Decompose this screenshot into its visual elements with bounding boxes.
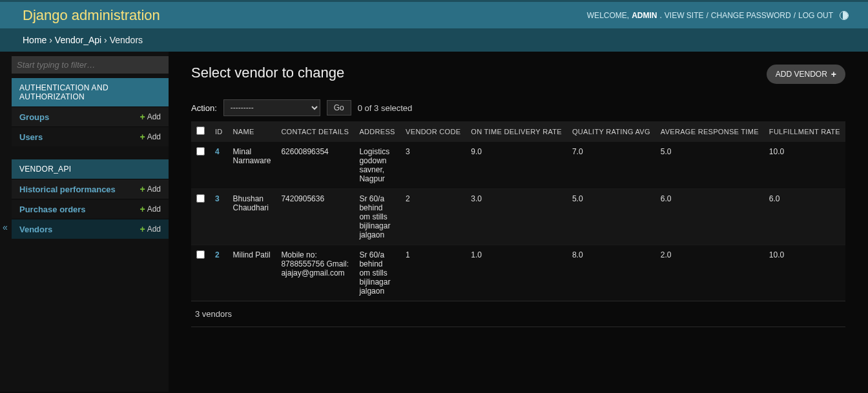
col-address[interactable]: ADDRESS: [354, 121, 400, 142]
row-on-time: 9.0: [466, 142, 567, 189]
results-table: ID NAME CONTACT DETAILS ADDRESS VENDOR C…: [191, 121, 845, 301]
sidebar: AUTHENTICATION AND AUTHORIZATION Groups …: [0, 52, 169, 392]
col-vendor-code[interactable]: VENDOR CODE: [400, 121, 466, 142]
sidebar-link-purchase-orders[interactable]: Purchase orders: [19, 205, 86, 214]
welcome-label: WELCOME,: [587, 11, 629, 20]
theme-toggle-icon[interactable]: [840, 11, 849, 20]
page-title: Select vendor to change: [191, 65, 845, 81]
row-checkbox[interactable]: [196, 147, 205, 156]
row-response: 5.0: [656, 142, 764, 189]
row-id-link[interactable]: 2: [215, 250, 220, 259]
action-label: Action:: [191, 103, 217, 113]
row-checkbox[interactable]: [196, 250, 205, 259]
sidebar-app-vendor-caption[interactable]: VENDOR_API: [12, 159, 169, 179]
sidebar-item-users: Users +Add: [12, 126, 169, 146]
row-quality: 8.0: [567, 245, 656, 301]
row-id-link[interactable]: 4: [215, 147, 220, 156]
row-fulfillment: 10.0: [764, 245, 845, 301]
sidebar-app-vendor: VENDOR_API Historical performances +Add …: [12, 159, 169, 239]
row-quality: 5.0: [567, 189, 656, 245]
go-button[interactable]: Go: [327, 100, 351, 116]
row-address: Sr 60/a behind om stills bijlinagar jalg…: [354, 189, 400, 245]
username: ADMIN: [632, 11, 657, 20]
row-contact: 7420905636: [276, 189, 354, 245]
sidebar-add-vendors[interactable]: +Add: [140, 224, 161, 234]
col-fulfillment-rate[interactable]: FULFILLMENT RATE: [764, 121, 845, 142]
breadcrumb-app[interactable]: Vendor_Api: [55, 35, 101, 45]
main: AUTHENTICATION AND AUTHORIZATION Groups …: [0, 52, 868, 392]
col-quality-rating[interactable]: QUALITY RATING AVG: [567, 121, 656, 142]
table-row: 3Bhushan Chaudhari7420905636Sr 60/a behi…: [191, 189, 845, 245]
col-avg-response-time[interactable]: AVERAGE RESPONSE TIME: [656, 121, 764, 142]
row-checkbox[interactable]: [196, 194, 205, 203]
sidebar-add-purchase-orders[interactable]: +Add: [140, 204, 161, 214]
action-select[interactable]: ---------: [223, 99, 320, 116]
row-address: Sr 60/a behind om stills bijlinagar jalg…: [354, 245, 400, 301]
row-name: Bhushan Chaudhari: [228, 189, 276, 245]
sidebar-link-users[interactable]: Users: [19, 132, 43, 142]
col-on-time-delivery[interactable]: ON TIME DELIVERY RATE: [466, 121, 567, 142]
col-name[interactable]: NAME: [228, 121, 276, 142]
sidebar-link-historical-performances[interactable]: Historical performances: [19, 185, 116, 194]
table-header-row: ID NAME CONTACT DETAILS ADDRESS VENDOR C…: [191, 121, 845, 142]
plus-icon: +: [140, 132, 145, 142]
plus-icon: +: [140, 204, 145, 214]
col-id[interactable]: ID: [210, 121, 228, 142]
sidebar-link-vendors[interactable]: Vendors: [19, 225, 52, 234]
sidebar-item-purchase-orders: Purchase orders +Add: [12, 199, 169, 219]
sidebar-add-users[interactable]: +Add: [140, 132, 161, 142]
sidebar-filter-input[interactable]: [12, 56, 169, 74]
plus-icon: +: [140, 112, 145, 122]
sidebar-link-groups[interactable]: Groups: [19, 112, 49, 122]
branding: Django administration: [23, 7, 160, 24]
plus-icon: +: [140, 184, 145, 194]
row-id-link[interactable]: 3: [215, 194, 220, 203]
row-response: 2.0: [656, 245, 764, 301]
plus-icon: +: [140, 224, 145, 234]
table-row: 2Milind PatilMobile no: 8788555756 Gmail…: [191, 245, 845, 301]
sidebar-item-vendors: Vendors +Add: [12, 219, 169, 239]
view-site-link[interactable]: VIEW SITE: [665, 11, 704, 20]
sidebar-item-historical-performances: Historical performances +Add: [12, 179, 169, 199]
row-vendor-code: 1: [400, 245, 466, 301]
row-quality: 7.0: [567, 142, 656, 189]
sidebar-app-auth: AUTHENTICATION AND AUTHORIZATION Groups …: [12, 78, 169, 146]
collapse-sidebar-button[interactable]: «: [3, 222, 8, 232]
row-name: Milind Patil: [228, 245, 276, 301]
row-vendor-code: 2: [400, 189, 466, 245]
sidebar-add-groups[interactable]: +Add: [140, 112, 161, 122]
paginator: 3 vendors: [191, 301, 845, 327]
breadcrumb-current: Vendors: [110, 35, 143, 45]
add-vendor-label: ADD VENDOR: [776, 70, 827, 79]
user-tools: WELCOME, ADMIN. VIEW SITE / CHANGE PASSW…: [587, 11, 849, 20]
actions-bar: Action: --------- Go 0 of 3 selected: [191, 99, 845, 116]
row-fulfillment: 10.0: [764, 142, 845, 189]
row-fulfillment: 6.0: [764, 189, 845, 245]
sidebar-item-groups: Groups +Add: [12, 106, 169, 126]
sidebar-app-auth-caption[interactable]: AUTHENTICATION AND AUTHORIZATION: [12, 78, 169, 106]
add-vendor-button[interactable]: ADD VENDOR +: [767, 65, 845, 84]
row-name: Minal Narnaware: [228, 142, 276, 189]
row-response: 6.0: [656, 189, 764, 245]
sidebar-add-historical-performances[interactable]: +Add: [140, 184, 161, 194]
selection-counter: 0 of 3 selected: [358, 103, 413, 113]
table-row: 4Minal Narnaware62600896354Logistics god…: [191, 142, 845, 189]
col-select-all: [191, 121, 210, 142]
plus-icon: +: [831, 69, 836, 79]
change-password-link[interactable]: CHANGE PASSWORD: [711, 11, 791, 20]
row-on-time: 1.0: [466, 245, 567, 301]
row-on-time: 3.0: [466, 189, 567, 245]
row-contact: 62600896354: [276, 142, 354, 189]
row-address: Logistics godown savner, Nagpur: [354, 142, 400, 189]
col-contact[interactable]: CONTACT DETAILS: [276, 121, 354, 142]
row-vendor-code: 3: [400, 142, 466, 189]
breadcrumb-home[interactable]: Home: [23, 35, 46, 45]
header: Django administration WELCOME, ADMIN. VI…: [0, 0, 868, 28]
object-tools: ADD VENDOR +: [767, 65, 845, 84]
breadcrumb: Home › Vendor_Api › Vendors: [0, 28, 868, 52]
content: ADD VENDOR + Select vendor to change Act…: [169, 52, 868, 392]
row-contact: Mobile no: 8788555756 Gmail: ajajay@gmai…: [276, 245, 354, 301]
logout-link[interactable]: LOG OUT: [798, 11, 833, 20]
select-all-checkbox[interactable]: [196, 126, 205, 135]
